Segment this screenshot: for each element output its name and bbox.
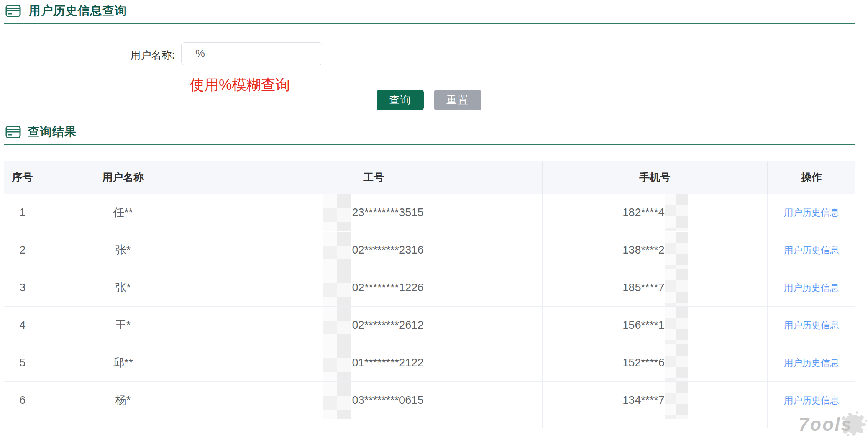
- table-row: 1任**23********3515182****4用户历史信息: [4, 194, 855, 231]
- redaction-mosaic: [665, 307, 688, 344]
- employee-id-text: 02********2316: [352, 244, 423, 256]
- user-history-link[interactable]: 用户历史信息: [784, 244, 839, 256]
- page-title: 用户历史信息查询: [29, 3, 127, 19]
- username-input[interactable]: [181, 42, 322, 65]
- action-cell: 用户历史信息: [768, 382, 855, 419]
- redaction-mosaic: [323, 307, 351, 344]
- employee-id-cell: 02********1226: [205, 269, 543, 306]
- phone-text: 152****6: [622, 356, 665, 369]
- card-icon: [5, 4, 21, 18]
- phone-cell: 182****4: [543, 194, 768, 231]
- reset-button[interactable]: 重置: [434, 90, 481, 110]
- phone-cell: 156****1: [543, 307, 768, 344]
- action-cell: 用户历史信息: [768, 194, 855, 231]
- row-index-cell: 6: [4, 382, 41, 419]
- table-row: 3张*02********1226185****7用户历史信息: [4, 269, 855, 307]
- redaction-mosaic: [665, 232, 688, 269]
- results-title: 查询结果: [28, 124, 77, 140]
- table-row: 6杨*03********0615134****7用户历史信息: [4, 382, 855, 419]
- employee-id-text: 02********1226: [352, 281, 423, 294]
- table-header-row: 序号用户名称工号手机号操作: [4, 161, 855, 194]
- username-cell: 任**: [41, 194, 205, 231]
- card-icon: [5, 125, 21, 139]
- table-row: 2张*02********2316138****2用户历史信息: [4, 231, 855, 269]
- row-index-cell: 1: [4, 194, 41, 231]
- username-cell: 杨*: [41, 382, 205, 419]
- query-button[interactable]: 查询: [377, 90, 424, 110]
- action-cell: 用户历史信息: [768, 307, 855, 344]
- employee-id-text: 01********2122: [352, 356, 423, 369]
- employee-id-cell: 02********2316: [205, 231, 543, 269]
- column-header: 操作: [768, 161, 855, 194]
- phone-cell: 185****7: [543, 269, 768, 306]
- user-history-link[interactable]: 用户历史信息: [784, 357, 839, 369]
- employee-id-text: 23********3515: [352, 206, 423, 219]
- results-table: 序号用户名称工号手机号操作 1任**23********3515182****4…: [4, 161, 855, 428]
- column-header: 手机号: [543, 161, 768, 194]
- phone-text: 134****7: [622, 394, 665, 406]
- user-history-link[interactable]: 用户历史信息: [784, 319, 839, 331]
- employee-id-text: 02********2612: [352, 319, 423, 331]
- redaction-mosaic: [665, 382, 688, 419]
- employee-id-text: 03********0615: [352, 394, 423, 406]
- redaction-mosaic: [323, 382, 351, 419]
- phone-text: 156****1: [622, 319, 665, 331]
- user-history-link[interactable]: 用户历史信息: [784, 394, 839, 406]
- section-divider: [4, 144, 855, 145]
- employee-id-cell: 01********2122: [205, 344, 543, 381]
- redaction-mosaic: [665, 269, 688, 306]
- column-header: 工号: [205, 161, 543, 194]
- column-header: 用户名称: [41, 161, 205, 194]
- redaction-mosaic: [323, 194, 351, 231]
- phone-text: 185****7: [622, 281, 665, 294]
- phone-cell: 138****2: [543, 231, 768, 269]
- redaction-mosaic: [323, 344, 351, 381]
- row-index-cell: 2: [4, 231, 41, 269]
- table-row: 5邱**01********2122152****6用户历史信息: [4, 344, 855, 382]
- page: { "section1": { "title": "用户历史信息查询" }, "…: [0, 0, 868, 436]
- redaction-mosaic: [665, 344, 688, 381]
- action-cell: 用户历史信息: [768, 269, 855, 306]
- username-cell: 王*: [41, 307, 205, 344]
- section-divider: [4, 23, 855, 24]
- phone-text: 182****4: [622, 206, 665, 219]
- username-cell: 张*: [41, 269, 205, 306]
- username-cell: 邱**: [41, 344, 205, 381]
- employee-id-cell: 23********3515: [205, 194, 543, 231]
- phone-cell: 134****7: [543, 382, 768, 419]
- action-cell: 用户历史信息: [768, 344, 855, 381]
- user-history-link[interactable]: 用户历史信息: [784, 282, 839, 294]
- phone-cell: 152****6: [543, 344, 768, 381]
- employee-id-cell: 03********0615: [205, 382, 543, 419]
- row-index-cell: 4: [4, 307, 41, 344]
- table-row-partial: [4, 419, 855, 428]
- username-label: 用户名称:: [77, 48, 175, 62]
- employee-id-cell: 02********2612: [205, 307, 543, 344]
- redaction-mosaic: [323, 269, 351, 306]
- fuzzy-query-hint: 使用%模糊查询: [190, 75, 290, 95]
- user-history-link[interactable]: 用户历史信息: [784, 207, 839, 219]
- redaction-mosaic: [665, 194, 688, 231]
- table-row: 4王*02********2612156****1用户历史信息: [4, 307, 855, 344]
- username-cell: 张*: [41, 231, 205, 269]
- column-header: 序号: [4, 161, 41, 194]
- action-cell: 用户历史信息: [768, 231, 855, 269]
- row-index-cell: 5: [4, 344, 41, 381]
- phone-text: 138****2: [622, 244, 665, 256]
- row-index-cell: 3: [4, 269, 41, 306]
- redaction-mosaic: [323, 232, 351, 269]
